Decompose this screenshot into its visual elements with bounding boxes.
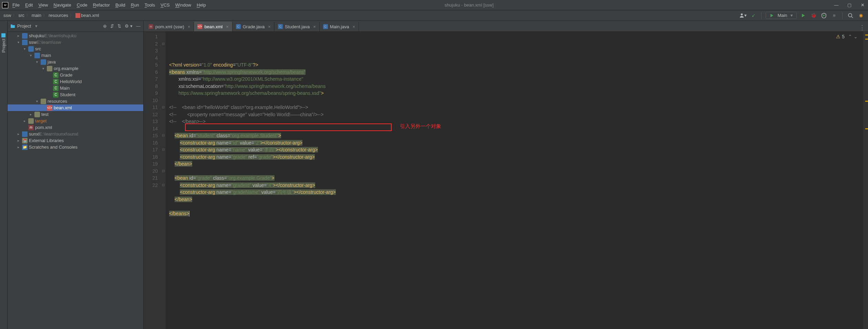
stop-button[interactable]: ■ [830, 12, 838, 19]
line-number-gutter[interactable]: 12345678910111213141516171819202122 [144, 32, 161, 329]
collapse-all-icon[interactable]: ⇅ [117, 23, 121, 29]
code-line[interactable]: <!-- <bean id="helloWorld" class="org.ex… [169, 104, 863, 111]
menu-refactor[interactable]: Refactor [90, 1, 113, 9]
menu-vcs[interactable]: VCS [158, 1, 173, 9]
tabs-more-icon[interactable]: ⋮ [859, 24, 868, 31]
coverage-button[interactable] [820, 12, 828, 19]
select-opened-file-icon[interactable]: ⊕ [103, 23, 107, 29]
tree-item[interactable]: mpom.xml [8, 124, 143, 131]
expand-all-icon[interactable]: ⇵ [110, 23, 114, 29]
menu-help[interactable]: Help [194, 1, 209, 9]
close-tab-icon[interactable]: × [188, 24, 190, 29]
settings-gear-icon[interactable]: ⚙ ▾ [125, 23, 133, 29]
code-line[interactable]: </bean> [169, 196, 863, 203]
project-tool-button[interactable]: Project [1, 31, 6, 54]
tree-item[interactable]: </>bean.xml [8, 104, 143, 111]
tree-item[interactable]: CGrade [8, 72, 143, 78]
tree-item[interactable]: resources [8, 98, 143, 104]
project-tree[interactable]: shujuku E:\learn\shujukussw E:\learn\ssw… [8, 32, 143, 329]
code-line[interactable]: <constructor-arg name="id" value="2"></c… [169, 139, 863, 147]
close-tab-icon[interactable]: × [313, 24, 316, 29]
code-line[interactable] [169, 203, 863, 210]
tree-item[interactable]: CStudent [8, 91, 143, 98]
code-line[interactable]: <constructor-arg name="gradeName" value=… [169, 189, 863, 196]
menu-file[interactable]: File [10, 1, 22, 9]
tree-item[interactable]: java [8, 59, 143, 65]
menu-view[interactable]: View [35, 1, 51, 9]
breadcrumb-separator: 〉 [12, 12, 17, 19]
code-line[interactable]: <bean id="student" class="org.example.St… [169, 132, 863, 139]
minimize-button[interactable]: — [833, 2, 840, 8]
editor-tab[interactable]: CStudent.java× [275, 22, 320, 31]
code-line[interactable] [169, 97, 863, 104]
inspection-widget[interactable]: ⚠ 5 ⌃ ⌄ [836, 34, 858, 39]
code-line[interactable] [169, 168, 863, 175]
user-icon[interactable]: ▾ [739, 12, 747, 19]
code-line[interactable]: https://www.springframework.org/schema/b… [169, 90, 863, 97]
tree-item[interactable]: shujuku E:\learn\shujuku [8, 32, 143, 39]
code-line[interactable]: xsi:schemaLocation="http://www.springfra… [169, 83, 863, 90]
window-controls: — ▢ ✕ [833, 2, 866, 8]
breadcrumb-item[interactable]: src [18, 13, 24, 18]
search-everywhere-icon[interactable] [847, 12, 854, 19]
tree-item[interactable]: main [8, 52, 143, 59]
code-content[interactable]: 引入另外一个对象 <?xml version="1.0" encoding="U… [166, 32, 863, 329]
maven-icon: m [148, 24, 153, 29]
app-icon [2, 2, 8, 8]
sync-icon[interactable]: ↙ [750, 12, 757, 19]
code-line[interactable]: <!-- <property name="message" value="Hel… [169, 111, 863, 118]
tree-item[interactable]: CMain [8, 85, 143, 91]
code-line[interactable]: <beans xmlns="http://www.springframework… [169, 69, 863, 76]
code-line[interactable]: </beans> [169, 210, 863, 217]
code-line[interactable]: <!-- </bean>--> [169, 118, 863, 125]
editor-tab[interactable]: CGrade.java× [232, 22, 275, 31]
fold-column[interactable]: ⊟⊟⊟⊟⊟⊟ [161, 32, 166, 329]
breadcrumb[interactable]: ssw〉src〉main〉resources〉bean.xml [3, 12, 99, 19]
run-button[interactable] [799, 12, 807, 19]
project-view-select[interactable]: Project ▾ [10, 23, 38, 29]
tree-item[interactable]: test [8, 111, 143, 118]
maximize-button[interactable]: ▢ [846, 2, 853, 8]
code-line[interactable]: <constructor-arg name="grade" ref="grade… [169, 153, 863, 161]
tree-item[interactable]: org.example [8, 65, 143, 72]
code-line[interactable]: <?xml version="1.0" encoding="UTF-8"?> [169, 61, 863, 69]
close-tab-icon[interactable]: × [268, 24, 271, 29]
warning-count: 5 [842, 34, 845, 39]
menu-code[interactable]: Code [74, 1, 90, 9]
tree-item[interactable]: ssw E:\learn\ssw [8, 39, 143, 46]
code-line[interactable]: <constructor-arg name="gradeId" value="4… [169, 182, 863, 189]
editor-tab[interactable]: </>bean.xml× [194, 22, 232, 31]
menu-navigate[interactable]: Navigate [51, 1, 74, 9]
menu-run[interactable]: Run [128, 1, 142, 9]
code-line[interactable]: </bean> [169, 160, 863, 168]
code-line[interactable]: xmlns:xsi="http://www.w3.org/2001/XMLSch… [169, 76, 863, 83]
close-button[interactable]: ✕ [859, 2, 866, 8]
menu-tools[interactable]: Tools [142, 1, 158, 9]
editor-tab[interactable]: CMain.java× [320, 22, 359, 31]
tab-label: Grade.java [243, 24, 265, 29]
tree-item[interactable]: sunxl E:\learn\sunxl\sunxl [8, 131, 143, 137]
hide-panel-icon[interactable]: — [136, 23, 141, 29]
code-line[interactable]: <constructor-arg name="name" value="李四">… [169, 146, 863, 153]
editor-tab[interactable]: mpom.xml (ssw)× [145, 22, 194, 31]
menu-build[interactable]: Build [113, 1, 128, 9]
tree-item[interactable]: 📚External Libraries [8, 137, 143, 144]
code-line[interactable]: <bean id="grade" class="org.example.Grad… [169, 175, 863, 182]
settings-icon[interactable]: ◉ [857, 12, 865, 19]
error-stripe[interactable] [863, 32, 868, 329]
breadcrumb-item[interactable]: resources [49, 13, 68, 18]
menu-edit[interactable]: Edit [22, 1, 35, 9]
tree-item[interactable]: CHelloWorld [8, 78, 143, 85]
code-line[interactable] [169, 125, 863, 132]
breadcrumb-item[interactable]: ssw [3, 13, 11, 18]
tree-item[interactable]: src [8, 46, 143, 52]
tree-item[interactable]: 📁Scratches and Consoles [8, 144, 143, 150]
breadcrumb-item[interactable]: main [32, 13, 41, 18]
debug-button[interactable]: 🐞 [810, 12, 817, 19]
run-config-select[interactable]: Main ▾ [766, 12, 797, 19]
close-tab-icon[interactable]: × [352, 24, 355, 29]
menu-window[interactable]: Window [173, 1, 194, 9]
close-tab-icon[interactable]: × [226, 24, 229, 29]
breadcrumb-item[interactable]: bean.xml [75, 13, 99, 18]
tree-item[interactable]: target [8, 118, 143, 124]
